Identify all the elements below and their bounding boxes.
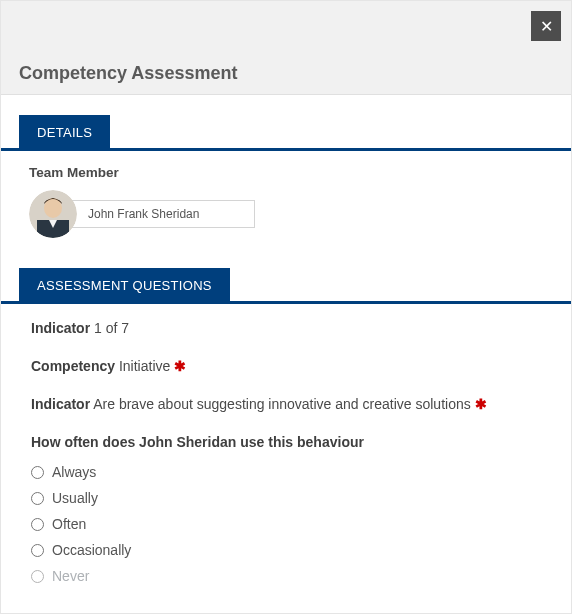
tab-assessment-questions[interactable]: ASSESSMENT QUESTIONS bbox=[19, 268, 230, 301]
modal-content: DETAILS Team Member bbox=[1, 95, 571, 584]
option-never[interactable]: Never bbox=[31, 568, 553, 584]
close-button[interactable]: ✕ bbox=[531, 11, 561, 41]
competency-row: Competency Initiative ✱ bbox=[31, 358, 553, 374]
details-section: Team Member bbox=[1, 151, 571, 258]
option-usually[interactable]: Usually bbox=[31, 490, 553, 506]
assessment-section: Indicator 1 of 7 Competency Initiative ✱… bbox=[1, 304, 571, 584]
team-member-label: Team Member bbox=[29, 165, 553, 180]
option-label: Usually bbox=[52, 490, 98, 506]
option-always[interactable]: Always bbox=[31, 464, 553, 480]
competency-label: Competency bbox=[31, 358, 115, 374]
avatar bbox=[29, 190, 77, 238]
indicator-row: Indicator Are brave about suggesting inn… bbox=[31, 396, 553, 412]
radio-never[interactable] bbox=[31, 570, 44, 583]
modal: ✕ Competency Assessment DETAILS Team Mem… bbox=[0, 0, 572, 614]
indicator-count-label: Indicator bbox=[31, 320, 90, 336]
option-label: Occasionally bbox=[52, 542, 131, 558]
indicator-value: Are brave about suggesting innovative an… bbox=[93, 396, 470, 412]
tab-row-assessment: ASSESSMENT QUESTIONS bbox=[1, 258, 571, 301]
option-often[interactable]: Often bbox=[31, 516, 553, 532]
indicator-count-value: 1 of 7 bbox=[94, 320, 129, 336]
radio-always[interactable] bbox=[31, 466, 44, 479]
radio-occasionally[interactable] bbox=[31, 544, 44, 557]
tab-row-details: DETAILS bbox=[1, 95, 571, 148]
indicator-count: Indicator 1 of 7 bbox=[31, 320, 553, 336]
question-text: How often does John Sheridan use this be… bbox=[31, 434, 553, 450]
indicator-label: Indicator bbox=[31, 396, 90, 412]
competency-value: Initiative bbox=[119, 358, 170, 374]
tab-details[interactable]: DETAILS bbox=[19, 115, 110, 148]
close-icon: ✕ bbox=[540, 17, 553, 36]
modal-title: Competency Assessment bbox=[19, 63, 237, 84]
radio-often[interactable] bbox=[31, 518, 44, 531]
option-label: Always bbox=[52, 464, 96, 480]
required-icon: ✱ bbox=[174, 358, 186, 374]
option-label: Often bbox=[52, 516, 86, 532]
member-name: John Frank Sheridan bbox=[65, 200, 255, 228]
required-icon: ✱ bbox=[475, 396, 487, 412]
team-member-row: John Frank Sheridan bbox=[29, 190, 553, 238]
option-label: Never bbox=[52, 568, 89, 584]
modal-header: ✕ Competency Assessment bbox=[1, 1, 571, 95]
options-group: Always Usually Often Occasionally Never bbox=[31, 464, 553, 584]
option-occasionally[interactable]: Occasionally bbox=[31, 542, 553, 558]
radio-usually[interactable] bbox=[31, 492, 44, 505]
